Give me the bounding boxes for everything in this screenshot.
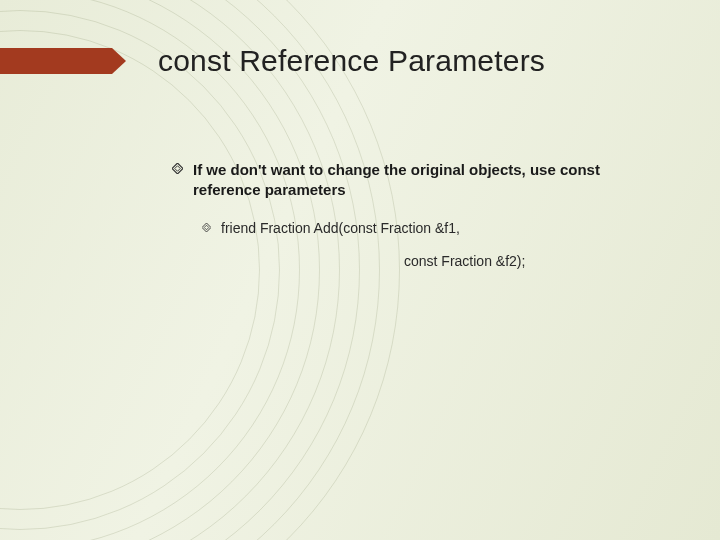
svg-marker-1 (175, 166, 181, 172)
diamond-bullet-icon (202, 223, 211, 232)
bullet-level-1: If we don't want to change the original … (172, 160, 660, 201)
svg-marker-0 (172, 163, 183, 174)
accent-arrow-icon (112, 48, 126, 74)
code-line-1: friend Fraction Add(const Fraction &f1, (221, 219, 460, 239)
diamond-bullet-icon (172, 163, 183, 174)
svg-marker-3 (204, 225, 209, 230)
code-line-2: const Fraction &f2); (404, 252, 660, 272)
slide-body: If we don't want to change the original … (172, 160, 660, 272)
slide-title: const Reference Parameters (158, 44, 545, 78)
bullet-text: If we don't want to change the original … (193, 160, 660, 201)
accent-bar (0, 48, 112, 74)
bullet-level-2: friend Fraction Add(const Fraction &f1, (202, 219, 660, 239)
svg-marker-2 (202, 223, 211, 232)
